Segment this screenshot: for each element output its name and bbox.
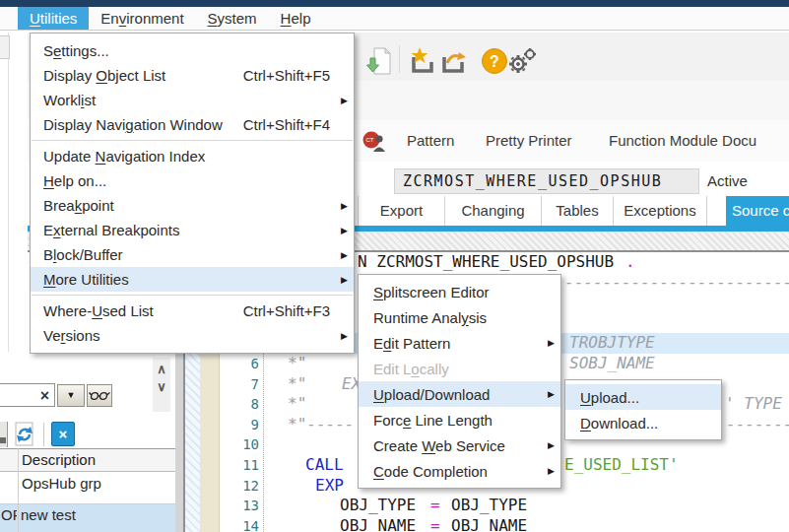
help-glyph: ?	[490, 53, 499, 70]
menu-item-more-utilities[interactable]: More Utilities▶	[31, 267, 354, 292]
pattern-button[interactable]: Pattern	[407, 120, 454, 162]
close-filter-button[interactable]: ×	[51, 422, 75, 446]
menubar-item-environment[interactable]: Environment	[89, 7, 195, 30]
submenu-arrow-icon: ▶	[543, 466, 555, 476]
menu-item-update-navigation-index[interactable]: Update Navigation Index	[31, 144, 354, 168]
tab-tables[interactable]: Tables	[542, 196, 614, 226]
menu-item-versions[interactable]: Versions▶	[31, 323, 354, 348]
chevron-up-icon[interactable]: ∧	[153, 363, 170, 375]
menubar-item-help[interactable]: Help	[269, 7, 323, 30]
description-column-header[interactable]: Description	[0, 448, 175, 472]
menu-separator	[32, 295, 353, 296]
menu-item-create-web-service[interactable]: Create Web Service▶	[359, 432, 560, 458]
menu-item-upload[interactable]: Upload...	[565, 384, 721, 410]
line-number: 14	[229, 516, 259, 532]
code-fragment: E_USED_LIST'	[564, 455, 679, 476]
code-line-14[interactable]: 14OBJ_NAME=OBJ_NAME	[185, 516, 789, 532]
result-table: Description OpsHub grp OPSI new test	[0, 448, 175, 532]
code-line-13[interactable]: 13OBJ_TYPE=OBJ_TYPE	[185, 496, 789, 516]
code-fragment: OBJ_TYPE	[451, 496, 527, 516]
menu-item-breakpoint[interactable]: Breakpoint▶	[31, 193, 354, 218]
menu-item-edit-pattern[interactable]: Edit Pattern▶	[359, 330, 560, 356]
menu-item-block-buffer[interactable]: Block/Buffer▶	[31, 242, 354, 267]
submenu-arrow-icon: ▶	[543, 389, 555, 399]
code-fragment: *"-----	[288, 415, 354, 435]
refresh-button[interactable]	[12, 421, 37, 447]
line-number: 6	[229, 354, 259, 374]
svg-text:CT: CT	[366, 137, 374, 143]
submenu-arrow-icon: ▶	[336, 96, 348, 105]
scrollbar[interactable]: ∧ ∨	[153, 358, 170, 412]
toolbar-separator	[399, 45, 400, 73]
menu-item-shortcut: Ctrl+Shift+F4	[243, 116, 336, 133]
menu-item-label: Upload...	[580, 389, 639, 406]
menu-item-shortcut: Ctrl+Shift+F3	[243, 302, 336, 319]
code-fragment: =	[430, 496, 440, 516]
menu-item-force-line-length[interactable]: Force Line Length	[359, 407, 560, 432]
menu-item-external-breakpoints[interactable]: External Breakpoints▶	[31, 218, 354, 242]
menu-item-worklist[interactable]: Worklist▶	[31, 88, 354, 112]
pretty-printer-button[interactable]: Pretty Printer	[486, 120, 572, 162]
repository-panel: × ▼ ∧ ∨ × Description OpsHub grp OPSI ne…	[0, 352, 175, 532]
submenu-arrow-icon: ▶	[336, 250, 348, 260]
code-fragment: EXP	[315, 476, 344, 497]
code-fragment: =	[430, 516, 440, 532]
code-fragment: *"	[288, 394, 306, 415]
menu-item-label: Runtime Analysis	[373, 309, 487, 326]
menu-item-code-completion[interactable]: Code Completion▶	[359, 458, 560, 484]
line-number: 11	[229, 455, 259, 476]
session-redo-icon[interactable]	[438, 45, 468, 77]
panel-border	[8, 33, 9, 354]
menu-item-splitscreen-editor[interactable]: Splitscreen Editor	[359, 279, 560, 304]
toolbar-user-icon[interactable]: CT	[362, 129, 386, 153]
menu-item-download[interactable]: Download...	[565, 410, 721, 435]
menu-item-label: Force Line Length	[373, 412, 493, 429]
menu-item-display-navigation-window[interactable]: Display Navigation WindowCtrl+Shift+F4	[31, 112, 354, 137]
submenu-arrow-icon: ▶	[336, 275, 348, 285]
search-input[interactable]: ×	[0, 383, 55, 407]
menu-bar: UtilitiesEnvironmentSystemHelp	[0, 7, 789, 31]
clear-icon[interactable]: ×	[40, 385, 49, 406]
menu-item-settings[interactable]: Settings...	[31, 38, 354, 63]
menu-item-label: Block/Buffer	[43, 246, 123, 263]
table-row-selected[interactable]: OPSI new test	[0, 504, 175, 532]
chevron-down-icon: ▼	[67, 390, 76, 400]
glasses-icon	[89, 389, 110, 403]
code-fragment: N ZCRMOST_WHERE_USED_OPSHUB	[358, 252, 614, 273]
document-download-icon[interactable]	[364, 45, 394, 77]
function-module-name-field[interactable]: ZCRMOST_WHERE_USED_OPSHUB	[394, 168, 699, 194]
code-fragment: *"	[288, 354, 306, 374]
table-row[interactable]: OpsHub grp	[0, 472, 175, 504]
code-fragment: SOBJ_NAME	[569, 354, 655, 374]
help-icon[interactable]: ?	[482, 48, 507, 74]
menubar-item-system[interactable]: System	[196, 7, 269, 30]
line-number: 8	[229, 394, 259, 415]
line-number: 10	[229, 434, 259, 455]
menu-item-runtime-analysis[interactable]: Runtime Analysis	[359, 304, 560, 330]
menu-item-where-used-list[interactable]: Where-Used ListCtrl+Shift+F3	[31, 299, 354, 323]
submenu-arrow-icon: ▶	[543, 440, 555, 450]
code-fragment: ' TYPE	[725, 394, 782, 415]
column-divider	[18, 448, 19, 532]
menubar-item-utilities[interactable]: Utilities	[18, 7, 89, 30]
menu-item-display-object-list[interactable]: Display Object ListCtrl+Shift+F5	[31, 63, 354, 88]
menu-item-edit-locally[interactable]: Edit Locally	[359, 356, 560, 381]
menu-item-label: Help on...	[43, 172, 106, 189]
tab-export[interactable]: Export	[358, 196, 445, 226]
customize-layout-icon[interactable]	[508, 45, 538, 77]
menu-item-label: External Breakpoints	[43, 222, 179, 238]
code-fragment: CALL	[305, 455, 344, 476]
chevron-down-icon[interactable]: ∨	[153, 380, 170, 393]
menu-item-label: Splitscreen Editor	[373, 284, 490, 300]
function-module-docu-button[interactable]: Function Module Docu	[609, 120, 756, 162]
tab-changing[interactable]: Changing	[445, 196, 542, 226]
menu-item-help-on[interactable]: Help on...	[31, 168, 354, 193]
display-glasses-button[interactable]	[87, 384, 112, 407]
menu-item-shortcut: Ctrl+Shift+F5	[243, 67, 336, 84]
tab-exceptions[interactable]: Exceptions	[614, 196, 707, 226]
dropdown-button[interactable]: ▼	[57, 384, 85, 407]
favorites-shortcut-icon[interactable]	[408, 45, 437, 77]
code-fragment: TROBJTYPE	[569, 333, 655, 354]
tab-source-code[interactable]: Source code	[726, 196, 789, 226]
menu-item-upload-download[interactable]: Upload/Download▶	[359, 381, 560, 407]
